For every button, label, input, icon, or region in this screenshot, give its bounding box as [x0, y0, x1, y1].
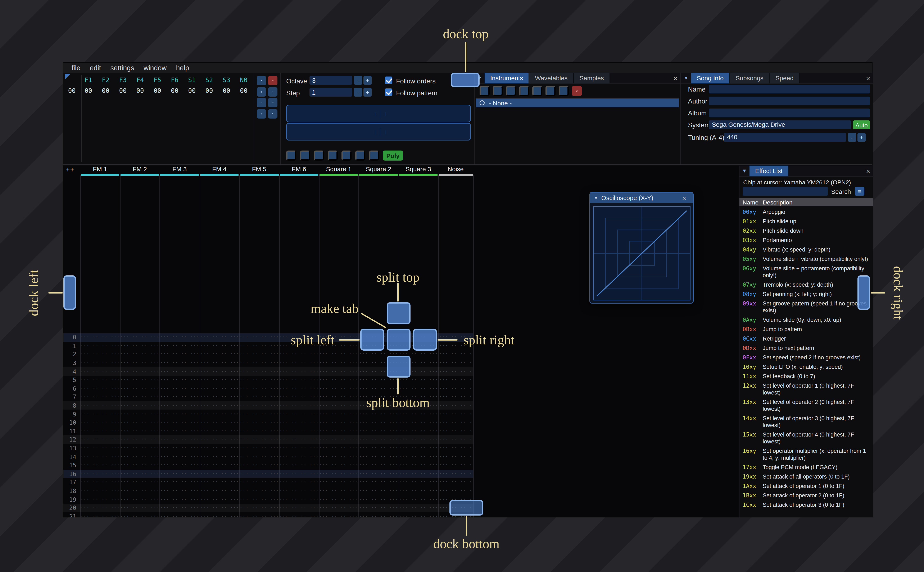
pattern-cell[interactable]: ··· ·· ·· ··· — [120, 479, 160, 485]
pattern-cell[interactable]: ··· ·· ·· ··· — [239, 462, 279, 468]
effect-list-item[interactable]: 0DxxJump to next pattern — [739, 344, 873, 353]
pattern-cell[interactable]: ··· ·· ·· ··· — [358, 505, 398, 511]
make-tab-target[interactable] — [387, 329, 411, 351]
menu-file[interactable]: file — [72, 64, 80, 72]
pattern-cell[interactable]: ··· ·· ·· ··· — [120, 343, 160, 349]
effect-list-item[interactable]: 11xxSet feedback (0 to 7) — [739, 372, 873, 381]
effect-list-item[interactable]: 19xxSet attack of all operators (0 to 1F… — [739, 472, 873, 482]
pattern-cell[interactable]: ··· ·· ·· ··· — [160, 471, 199, 476]
tuning-increase-button[interactable]: + — [857, 133, 866, 142]
album-field[interactable] — [709, 109, 870, 117]
pattern-cell[interactable]: ··· ·· ·· · — [438, 394, 473, 400]
tuning-field[interactable]: 440 — [724, 133, 846, 142]
pattern-cell[interactable]: ··· ·· ·· ··· — [80, 394, 120, 400]
pattern-cell[interactable]: ··· ·· ·· ··· — [199, 360, 239, 366]
dock-target-bottom[interactable] — [449, 500, 483, 516]
tab-speed[interactable]: Speed — [770, 73, 800, 84]
pattern-cell[interactable]: ··· ·· ·· · — [438, 462, 473, 468]
pattern-cell[interactable]: ··· ·· ·· ··· — [199, 454, 239, 460]
pattern-cell[interactable]: ··· ·· ·· ··· — [279, 394, 319, 400]
pattern-cell[interactable]: ··· ·· ·· ··· — [199, 377, 239, 383]
edit-record-button[interactable] — [341, 151, 352, 160]
pattern-cell[interactable]: ··· ·· ·· ··· — [239, 360, 279, 366]
pattern-cell[interactable]: ··· ·· ·· · — [438, 411, 473, 417]
dock-target-top[interactable] — [451, 73, 480, 87]
pattern-cell[interactable]: ··· ·· ·· ··· — [199, 488, 239, 494]
pattern-cell[interactable]: ··· ·· ·· ··· — [80, 513, 120, 518]
pattern-cell[interactable]: ··· ·· ·· ··· — [239, 471, 279, 476]
pattern-cell[interactable]: ··· ·· ·· ··· — [120, 513, 160, 518]
pattern-cell[interactable]: ··· ·· ·· · — [438, 403, 473, 408]
effect-list-item[interactable]: 15xxSet level of operator 4 (0 highest, … — [739, 430, 873, 446]
pattern-cell[interactable]: ··· ·· ·· ··· — [120, 394, 160, 400]
pattern-cell[interactable]: ··· ·· ·· ··· — [239, 505, 279, 511]
oscilloscope-window[interactable]: ▼ Oscilloscope (X-Y) × — [589, 192, 693, 303]
split-target-top[interactable] — [387, 302, 411, 324]
menu-window[interactable]: window — [143, 64, 167, 72]
pattern-cell[interactable]: ··· ·· ·· ··· — [398, 411, 438, 417]
pattern-cell[interactable]: ··· ·· ·· ··· — [279, 368, 319, 374]
pattern-cell[interactable]: ··· ·· ·· ··· — [160, 454, 199, 460]
system-field[interactable]: Sega Genesis/Mega Drive — [709, 120, 851, 129]
order-cell[interactable]: 00 — [218, 87, 235, 94]
pattern-cell[interactable]: ··· ·· ·· ··· — [199, 403, 239, 408]
effect-list-item[interactable]: 0BxxJump to pattern — [739, 325, 873, 334]
pattern-cell[interactable]: ··· ·· ·· ··· — [279, 377, 319, 383]
pattern-cell[interactable]: ··· ·· ·· ··· — [319, 368, 358, 374]
effect-list-item[interactable]: 04xyVibrato (x: speed; y: depth) — [739, 245, 873, 255]
order-edit-mode-button[interactable] — [268, 109, 277, 118]
pattern-cell[interactable]: ··· ·· ·· ··· — [80, 411, 120, 417]
octave-increase-button[interactable]: + — [363, 76, 372, 85]
pattern-cell[interactable]: ··· ·· ·· ··· — [120, 454, 160, 460]
close-song-info-button[interactable]: × — [863, 73, 873, 84]
pattern-cell[interactable]: ··· ·· ·· ··· — [279, 471, 319, 476]
pattern-cell[interactable]: ··· ·· ·· ··· — [160, 462, 199, 468]
pattern-cell[interactable]: ··· ·· ·· ··· — [120, 471, 160, 476]
effect-list-item[interactable]: 03xxPortamento — [739, 236, 873, 245]
pattern-cell[interactable]: ··· ·· ·· ··· — [80, 454, 120, 460]
pattern-cell[interactable]: ··· ·· ·· ··· — [398, 454, 438, 460]
pattern-cell[interactable]: ··· ·· ·· ··· — [80, 403, 120, 408]
split-target-right[interactable] — [413, 329, 437, 351]
effect-list-item[interactable]: 14xxSet level of operator 3 (0 highest, … — [739, 414, 873, 430]
effect-list-item[interactable]: 08xySet panning (x: left; y: right) — [739, 290, 873, 299]
pattern-cell[interactable]: ··· ·· ·· ··· — [199, 343, 239, 349]
pattern-cell[interactable]: ··· ·· ·· ··· — [80, 488, 120, 494]
collapse-icon[interactable]: ▼ — [739, 166, 749, 176]
close-oscilloscope-button[interactable]: × — [679, 194, 689, 202]
instrument-list-item[interactable]: - None - — [476, 98, 679, 107]
effect-list-item[interactable]: 12xxSet level of operator 1 (0 highest, … — [739, 381, 873, 398]
pattern-cell[interactable]: ··· ·· ·· ··· — [80, 343, 120, 349]
order-cell[interactable]: 00 — [149, 87, 166, 94]
pattern-cell[interactable]: ··· ·· ·· · — [438, 479, 473, 485]
pattern-cell[interactable]: ··· ·· ·· ··· — [319, 471, 358, 476]
pattern-cell[interactable]: ··· ·· ·· ··· — [319, 420, 358, 426]
pattern-cell[interactable]: ··· ·· ·· ··· — [319, 386, 358, 392]
pattern-cell[interactable]: ··· ·· ·· ··· — [160, 505, 199, 511]
pattern-cell[interactable]: ··· ·· ·· ··· — [199, 445, 239, 451]
pattern-cell[interactable]: ··· ·· ·· ··· — [120, 411, 160, 417]
pattern-cell[interactable]: ··· ·· ·· ··· — [80, 386, 120, 392]
pattern-cell[interactable]: ··· ·· ·· ··· — [319, 488, 358, 494]
pattern-cell[interactable]: ··· ·· ·· ··· — [120, 445, 160, 451]
order-change-mode-button[interactable] — [257, 109, 266, 118]
pattern-cell[interactable]: ··· ·· ·· ··· — [398, 386, 438, 392]
pattern-cell[interactable]: ··· ·· ·· · — [438, 360, 473, 366]
piano-lower-row[interactable] — [286, 123, 471, 140]
pattern-cell[interactable]: ··· ·· ·· ··· — [319, 437, 358, 442]
pattern-cell[interactable]: ··· ·· ·· ··· — [199, 471, 239, 476]
effect-list-item[interactable]: 05xyVolume slide + vibrato (compatibilit… — [739, 255, 873, 264]
effect-list-item[interactable]: 1BxxSet attack of operator 2 (0 to 1F) — [739, 491, 873, 500]
pattern-cell[interactable]: ··· ·· ·· ··· — [239, 454, 279, 460]
pattern-cell[interactable]: ··· ·· ·· ··· — [358, 411, 398, 417]
pattern-cell[interactable]: ··· ·· ·· ··· — [398, 488, 438, 494]
step-row-button[interactable] — [328, 151, 338, 160]
tab-song-info[interactable]: Song Info — [691, 73, 730, 84]
close-instruments-button[interactable]: × — [670, 73, 681, 84]
pattern-cell[interactable]: ··· ·· ·· ··· — [358, 462, 398, 468]
pattern-cell[interactable]: ··· ·· ·· ··· — [120, 386, 160, 392]
channel-header-square-3[interactable]: Square 3 — [398, 166, 438, 174]
pattern-cell[interactable]: ··· ·· ·· ··· — [398, 437, 438, 442]
pattern-cell[interactable]: ··· ·· ·· ··· — [398, 479, 438, 485]
pattern-cell[interactable]: ··· ·· ·· ··· — [120, 360, 160, 366]
